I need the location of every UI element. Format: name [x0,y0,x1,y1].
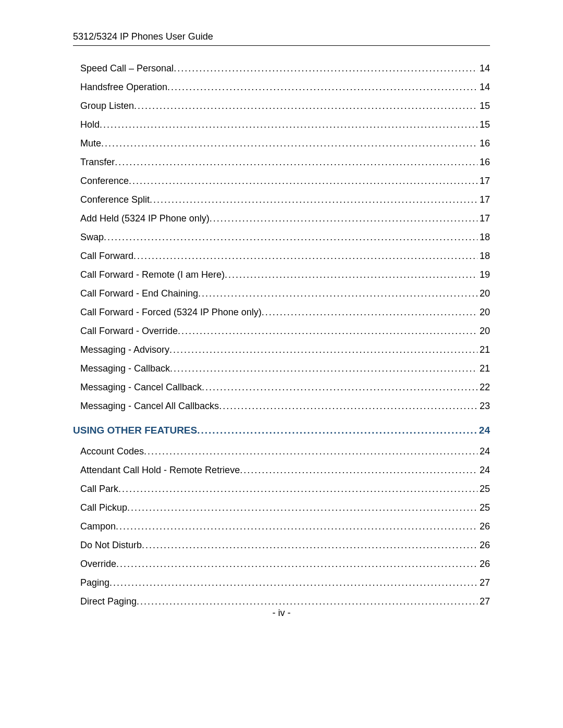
toc-entry: Call Forward - Remote (I am Here).......… [73,270,490,279]
toc-entry-page-number: 14 [478,82,490,92]
toc-entry-title: Speed Call – Personal [80,64,174,73]
toc-entry-title: Attendant Call Hold - Remote Retrieve [80,465,240,475]
toc-entry: Group Listen............................… [73,101,490,110]
toc-entry: Call Forward............................… [73,251,490,261]
toc-leader-dots: ........................................… [118,484,478,493]
toc-entry-page-number: 14 [478,64,490,73]
toc-entry-page-number: 27 [478,578,490,587]
toc-leader-dots: ........................................… [100,120,478,129]
toc-leader-dots: ........................................… [134,101,478,110]
toc-entry: Handsfree Operation.....................… [73,82,490,92]
toc-entry-page-number: 25 [478,503,490,512]
toc-entry: Hold....................................… [73,120,490,129]
toc-leader-dots: ........................................… [142,540,478,550]
toc-entry-title: Call Forward - Override [80,326,178,336]
toc-entry-page-number: 17 [478,214,490,223]
toc-entry-title: Call Forward - Remote (I am Here) [80,270,225,279]
toc-entry: Conference..............................… [73,176,490,186]
toc-entry: Call Park...............................… [73,484,490,493]
toc-entry-title: Call Park [80,484,118,493]
toc-entry-page-number: 18 [478,251,490,261]
toc-entry-title: Messaging - Callback [80,364,170,373]
toc-entry: Call Forward - End Chaining.............… [73,289,490,298]
toc-section-heading: USING OTHER FEATURES....................… [73,425,490,435]
toc-entry: Add Held (5324 IP Phone only)...........… [73,214,490,223]
toc-entry-title: Messaging - Cancel Callback [80,382,202,392]
page-footer: - iv - [0,608,563,619]
toc-entry-title: Conference [80,176,129,186]
toc-entry: Direct Paging...........................… [73,597,490,606]
toc-entry-page-number: 15 [478,120,490,129]
toc-entry: Messaging - Advisory....................… [73,345,490,354]
running-header: 5312/5324 IP Phones User Guide [73,31,490,46]
toc-entry: Do Not Disturb..........................… [73,540,490,550]
toc-entry-page-number: 18 [478,232,490,242]
toc-entry-page-number: 24 [478,465,490,475]
toc-leader-dots: ........................................… [198,289,478,298]
toc-entry-page-number: 26 [478,559,490,569]
toc-entry-page-number: 22 [478,382,490,392]
toc-leader-dots: ........................................… [197,425,477,435]
toc-entry: Call Forward - Override.................… [73,326,490,336]
toc-leader-dots: ........................................… [116,559,478,569]
toc-entry-title: Campon [80,522,116,531]
toc-leader-dots: ........................................… [210,214,478,223]
toc-leader-dots: ........................................… [174,64,478,73]
toc-leader-dots: ........................................… [101,139,478,148]
toc-leader-dots: ........................................… [169,345,478,354]
toc-entry-title: USING OTHER FEATURES [73,425,197,435]
toc-entry: Call Pickup.............................… [73,503,490,512]
table-of-contents: Speed Call – Personal...................… [73,64,490,606]
toc-leader-dots: ........................................… [115,157,478,167]
toc-entry: Account Codes...........................… [73,447,490,456]
toc-entry-title: Handsfree Operation [80,82,167,92]
toc-entry-page-number: 26 [478,522,490,531]
toc-entry-title: Add Held (5324 IP Phone only) [80,214,210,223]
toc-entry: Transfer................................… [73,157,490,167]
toc-leader-dots: ........................................… [133,251,478,261]
toc-entry: Messaging - Cancel Callback.............… [73,382,490,392]
toc-entry-title: Mute [80,139,101,148]
toc-leader-dots: ........................................… [262,307,478,317]
toc-entry-page-number: 25 [478,484,490,493]
toc-leader-dots: ........................................… [129,176,478,186]
toc-entry-title: Do Not Disturb [80,540,142,550]
toc-entry: Campon..................................… [73,522,490,531]
toc-entry: Swap....................................… [73,232,490,242]
toc-leader-dots: ........................................… [178,326,478,336]
toc-entry-page-number: 16 [478,139,490,148]
toc-entry-page-number: 20 [478,289,490,298]
toc-entry-title: Call Forward - Forced (5324 IP Phone onl… [80,307,262,317]
toc-leader-dots: ........................................… [137,597,478,606]
toc-entry-page-number: 24 [478,447,490,456]
toc-entry: Messaging - Callback....................… [73,364,490,373]
toc-entry-page-number: 27 [478,597,490,606]
toc-leader-dots: ........................................… [144,447,478,456]
toc-entry-page-number: 19 [478,270,490,279]
toc-entry-page-number: 15 [478,101,490,110]
toc-entry-page-number: 20 [478,326,490,336]
toc-entry-title: Hold [80,120,100,129]
toc-entry: Call Forward - Forced (5324 IP Phone onl… [73,307,490,317]
toc-leader-dots: ........................................… [104,232,478,242]
toc-entry-page-number: 16 [478,157,490,167]
toc-leader-dots: ........................................… [150,195,478,204]
toc-entry-title: Call Forward - End Chaining [80,289,198,298]
toc-leader-dots: ........................................… [109,578,478,587]
toc-leader-dots: ........................................… [167,82,478,92]
toc-entry-page-number: 20 [478,307,490,317]
toc-leader-dots: ........................................… [127,503,478,512]
toc-entry: Messaging - Cancel All Callbacks........… [73,401,490,411]
toc-leader-dots: ........................................… [225,270,478,279]
toc-leader-dots: ........................................… [116,522,478,531]
toc-leader-dots: ........................................… [240,465,478,475]
toc-entry-title: Direct Paging [80,597,137,606]
toc-entry-page-number: 26 [478,540,490,550]
toc-entry-title: Call Pickup [80,503,127,512]
toc-entry-title: Conference Split [80,195,150,204]
toc-entry: Attendant Call Hold - Remote Retrieve...… [73,465,490,475]
toc-entry-title: Messaging - Advisory [80,345,169,354]
toc-leader-dots: ........................................… [219,401,478,411]
toc-entry-title: Messaging - Cancel All Callbacks [80,401,219,411]
toc-entry-page-number: 23 [478,401,490,411]
